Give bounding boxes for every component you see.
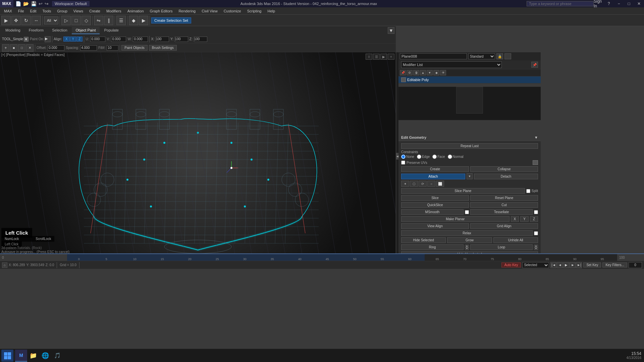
- constraint-edge[interactable]: Edge: [417, 155, 430, 159]
- layers-btn[interactable]: ☰: [116, 16, 126, 25]
- spacing-input[interactable]: [80, 45, 97, 51]
- constraint-face[interactable]: Face: [432, 155, 445, 159]
- hide-selected-btn[interactable]: Hide Selected: [401, 237, 446, 243]
- rotate-btn[interactable]: ↻: [21, 16, 31, 25]
- new-icon[interactable]: 📄: [15, 1, 22, 6]
- msmooth-chk[interactable]: [465, 210, 469, 214]
- lock-btn[interactable]: 🔒: [496, 53, 503, 59]
- menu-civil-view[interactable]: Civil View: [199, 8, 220, 14]
- frame-input[interactable]: [629, 262, 642, 268]
- freeform-btn[interactable]: ◇: [82, 16, 91, 25]
- menu-help[interactable]: Help: [265, 8, 278, 14]
- create-selection-btn[interactable]: Create Selection Set: [151, 17, 191, 23]
- panel-collapse-bar[interactable]: ◀: [396, 52, 398, 253]
- mod-up-btn[interactable]: ▲: [420, 70, 426, 75]
- msmooth-btn[interactable]: MSmooth: [401, 209, 464, 215]
- edit-geometry-header[interactable]: Edit Geometry ▼: [398, 134, 541, 141]
- menu-graph-editors[interactable]: Graph Editors: [147, 8, 175, 14]
- menu-create[interactable]: Create: [87, 8, 103, 14]
- slice-btn[interactable]: Slice: [401, 195, 469, 201]
- reset-plane-btn[interactable]: Reset Plane: [470, 195, 538, 201]
- loop-down[interactable]: ▼: [534, 247, 538, 250]
- workspace-selector[interactable]: Workspace: Default: [52, 1, 90, 6]
- icon-ring[interactable]: ○: [427, 181, 435, 187]
- select-obj-btn[interactable]: ▷: [61, 16, 71, 25]
- grid-align-btn[interactable]: Grid Align: [470, 223, 538, 229]
- axis-x-btn[interactable]: X: [63, 37, 70, 42]
- mirror-btn[interactable]: ⇋: [94, 16, 103, 25]
- redo-icon[interactable]: ↪: [44, 1, 49, 6]
- vp-btn-2[interactable]: ☰: [373, 54, 380, 60]
- tessellate-btn[interactable]: Tessellate: [470, 209, 533, 215]
- unhide-all-btn[interactable]: Unhide All: [493, 237, 538, 243]
- tab-selection[interactable]: Selection: [48, 27, 71, 34]
- offset-input[interactable]: [48, 45, 64, 51]
- vp-btn-1[interactable]: ◊: [366, 54, 372, 60]
- render-btn[interactable]: ▶: [139, 16, 148, 25]
- v-input[interactable]: [111, 37, 126, 42]
- undo-icon[interactable]: ↩: [38, 1, 43, 6]
- start-btn[interactable]: [1, 350, 13, 362]
- mod-cfg-btn[interactable]: ⚙: [407, 70, 413, 75]
- create-btn[interactable]: Create: [401, 166, 469, 172]
- vp-btn-4[interactable]: +: [388, 54, 394, 60]
- taskbar-3dsmax[interactable]: M: [15, 350, 27, 362]
- constraint-none[interactable]: None: [401, 155, 414, 159]
- constraint-normal[interactable]: Normal: [448, 155, 464, 159]
- editable-poly-item[interactable]: Editable Poly: [398, 76, 541, 83]
- tab-object-paint[interactable]: Object Paint: [72, 27, 100, 34]
- menu-modifiers[interactable]: Modifiers: [104, 8, 124, 14]
- split-chk[interactable]: [526, 189, 530, 193]
- slice-plane-btn[interactable]: Slice Plane: [401, 188, 525, 194]
- taskbar-explorer[interactable]: 📁: [27, 350, 39, 362]
- home-btn[interactable]: ⌂: [2, 262, 7, 268]
- render-setup-btn[interactable]: ◆: [129, 16, 138, 25]
- u-input[interactable]: [90, 37, 105, 42]
- select-region-btn[interactable]: □: [71, 16, 81, 25]
- grow-btn[interactable]: Grow: [447, 237, 492, 243]
- tool-icon[interactable]: ▼: [24, 37, 29, 42]
- search-input[interactable]: [527, 1, 594, 6]
- paint-on-btn[interactable]: ▶: [45, 36, 51, 42]
- select-btn[interactable]: ▶: [1, 16, 11, 25]
- auto-key-btn[interactable]: Auto Key: [501, 262, 521, 267]
- paint-objects-btn[interactable]: Paint Objects: [121, 45, 147, 51]
- make-planar-btn[interactable]: Make Planar: [401, 216, 509, 222]
- axis-y-btn[interactable]: Y: [70, 37, 76, 42]
- paint-erase-btn[interactable]: □: [18, 44, 25, 52]
- selected-dropdown[interactable]: Selected: [522, 262, 549, 268]
- mod-pin-btn[interactable]: 📌: [400, 70, 406, 75]
- close-btn[interactable]: ✕: [634, 0, 644, 7]
- menu-animation[interactable]: Animation: [125, 8, 147, 14]
- scale-btn[interactable]: ↔: [32, 16, 41, 25]
- align-x-btn[interactable]: X: [511, 216, 519, 222]
- filter-dropdown[interactable]: All: [44, 16, 58, 24]
- help-btn[interactable]: ?: [604, 0, 614, 7]
- key-filters-btn[interactable]: Key Filters...: [602, 262, 627, 267]
- relax-btn[interactable]: Relax: [401, 230, 533, 236]
- w-input[interactable]: [133, 37, 148, 42]
- tab-modeling[interactable]: Modeling: [1, 27, 24, 34]
- y-percent-input[interactable]: [175, 37, 188, 42]
- menu-file[interactable]: File: [15, 8, 27, 14]
- menu-rendering[interactable]: Rendering: [176, 8, 198, 14]
- sign-in-btn[interactable]: Sign In: [594, 0, 604, 7]
- icon-slice[interactable]: ✦: [401, 181, 409, 187]
- viewport-3d[interactable]: ◊ ☰ ▶ +: [0, 52, 396, 253]
- color-swatch-obj[interactable]: [504, 53, 511, 59]
- preserve-uvs-chk[interactable]: [401, 161, 405, 165]
- icon-bridge[interactable]: ⬜: [436, 181, 444, 187]
- menu-scripting[interactable]: Scripting: [245, 8, 264, 14]
- prev-frame-btn[interactable]: ◄: [557, 262, 563, 268]
- cut-btn[interactable]: Cut: [470, 202, 538, 208]
- menu-edit[interactable]: Edit: [28, 8, 39, 14]
- menu-customize[interactable]: Customize: [221, 8, 244, 14]
- attach-btn[interactable]: Attach: [401, 174, 465, 179]
- collapse-btn[interactable]: Collapse: [470, 166, 538, 172]
- next-frame-btn[interactable]: ►: [570, 262, 576, 268]
- icon-weld[interactable]: ⬡: [410, 181, 418, 187]
- align-btn[interactable]: ∥: [104, 16, 113, 25]
- align-z-btn[interactable]: Z: [530, 216, 538, 222]
- z-percent-input[interactable]: [194, 37, 207, 42]
- loop-btn[interactable]: Loop: [470, 244, 533, 250]
